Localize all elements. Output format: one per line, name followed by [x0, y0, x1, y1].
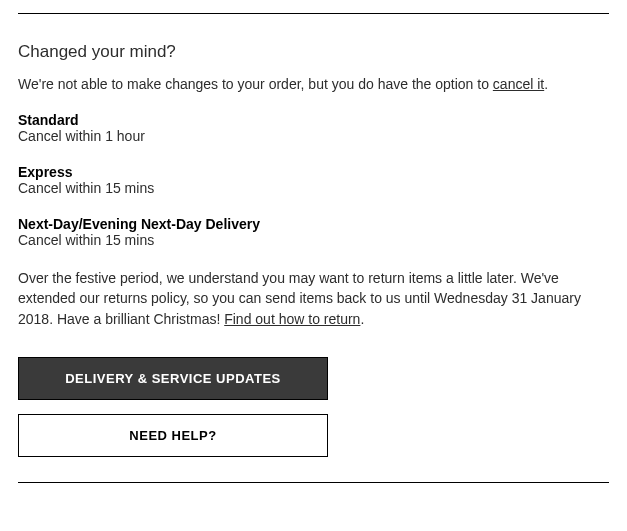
top-divider [18, 13, 609, 14]
section-heading: Changed your mind? [18, 42, 609, 62]
delivery-title: Standard [18, 112, 609, 128]
delivery-desc: Cancel within 1 hour [18, 128, 609, 144]
delivery-option-nextday: Next-Day/Evening Next-Day Delivery Cance… [18, 216, 609, 248]
returns-policy-text: Over the festive period, we understand y… [18, 268, 609, 329]
bottom-divider [18, 482, 609, 483]
returns-link[interactable]: Find out how to return [224, 311, 360, 327]
intro-prefix: We're not able to make changes to your o… [18, 76, 493, 92]
cancel-link[interactable]: cancel it [493, 76, 544, 92]
delivery-title: Next-Day/Evening Next-Day Delivery [18, 216, 609, 232]
delivery-desc: Cancel within 15 mins [18, 232, 609, 248]
delivery-updates-button[interactable]: DELIVERY & SERVICE UPDATES [18, 357, 328, 400]
intro-text: We're not able to make changes to your o… [18, 76, 609, 92]
delivery-option-express: Express Cancel within 15 mins [18, 164, 609, 196]
returns-suffix: . [360, 311, 364, 327]
delivery-desc: Cancel within 15 mins [18, 180, 609, 196]
delivery-title: Express [18, 164, 609, 180]
need-help-button[interactable]: NEED HELP? [18, 414, 328, 457]
delivery-option-standard: Standard Cancel within 1 hour [18, 112, 609, 144]
intro-suffix: . [544, 76, 548, 92]
